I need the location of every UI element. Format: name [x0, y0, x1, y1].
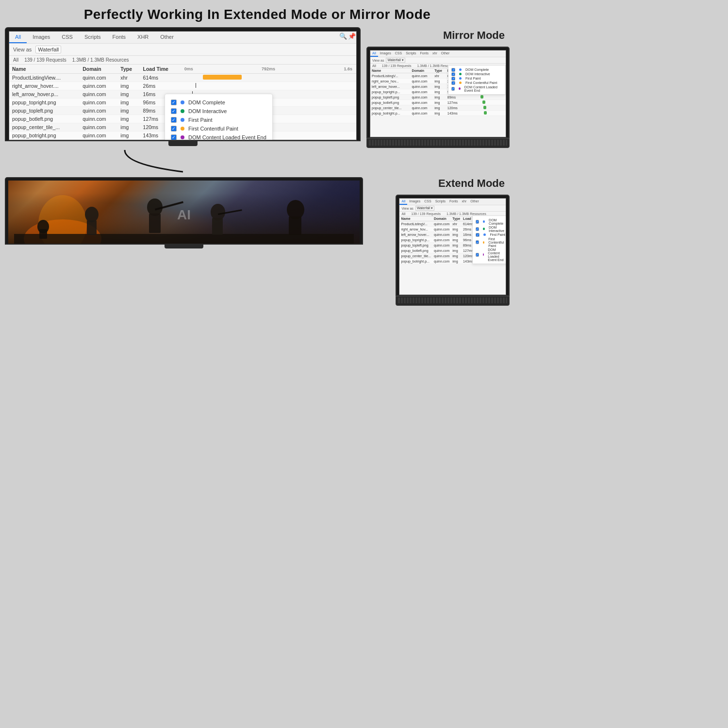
extend-waterfall-select[interactable]: Waterfall ▾: [415, 206, 434, 211]
popup-item-dom-loaded[interactable]: ✓ DOM Content Loaded Event End: [171, 133, 266, 140]
small-dom-popup: ✓ DOM Complete ✓ DOM Interactive ✓: [448, 65, 506, 95]
extend-popup-dom-interactive: ✓ DOM Interactive: [476, 225, 505, 232]
right-col-top: Mirror Mode All Images CSS Scripts Fonts…: [366, 27, 510, 148]
small-checkbox-dom-complete[interactable]: ✓: [451, 68, 455, 72]
requests-count: 139 / 139 Requests: [24, 57, 66, 63]
small-tab-scripts[interactable]: Scripts: [404, 50, 418, 57]
laptop-keyboard-mirror: [366, 138, 510, 148]
col-timeline: 0ms 792ms 1.6s: [181, 65, 356, 74]
cable-section: [0, 150, 514, 174]
tab-images[interactable]: Images: [27, 32, 56, 43]
extend-col-domain: Domain: [432, 216, 451, 221]
extend-checkbox-dom-loaded[interactable]: ✓: [476, 253, 479, 257]
small-viewas-label: View as: [372, 59, 384, 62]
extend-tab-fonts[interactable]: Fonts: [447, 199, 460, 205]
small-toolbar: View as Waterfall ▾: [370, 57, 506, 64]
tab-css[interactable]: CSS: [56, 32, 79, 43]
small-popup-dom-loaded: ✓ DOM Content Loaded Event End: [451, 85, 502, 92]
extend-tab-css[interactable]: CSS: [422, 199, 433, 205]
keyboard-keys-mirror: [369, 140, 507, 146]
tab-other[interactable]: Other: [154, 32, 180, 43]
small-checkbox-first-contentful[interactable]: ✓: [451, 81, 455, 85]
extend-toolbar: View as Waterfall ▾: [399, 205, 506, 212]
small-tab-fonts[interactable]: Fonts: [418, 50, 431, 57]
svg-rect-12: [289, 216, 301, 235]
dot-dom-complete: [181, 100, 184, 104]
small-tab-other[interactable]: Other: [439, 50, 452, 57]
extend-checkbox-dom-complete[interactable]: ✓: [476, 220, 479, 224]
tab-fonts[interactable]: Fonts: [107, 32, 132, 43]
small-waterfall-select[interactable]: Waterfall ▾: [386, 58, 405, 63]
small-label-first-contentful: First Contentful Paint: [465, 81, 497, 84]
popup-item-first-paint[interactable]: ✓ First Paint: [171, 116, 266, 124]
extend-checkbox-first-paint[interactable]: ✓: [476, 233, 480, 237]
devtools-tabs: All Images CSS Scripts Fonts XHR Other 🔍…: [9, 32, 356, 44]
small-table-row[interactable]: popup_botright.p...quinn.comimg143ms: [370, 111, 506, 116]
small-tab-all[interactable]: All: [370, 50, 378, 57]
filter-label: All: [13, 57, 18, 63]
small-requests: 139 / 139 Requests: [382, 64, 412, 67]
cable-svg-left: [86, 150, 280, 174]
extend-section: AI Extend Mode All Images CSS: [0, 177, 514, 306]
waterfall-select[interactable]: Waterfall: [35, 46, 61, 53]
col-name: Name: [9, 65, 80, 74]
small-table-row[interactable]: popup_center_tile...quinn.comimg120ms: [370, 105, 506, 111]
label-dom-complete: DOM Complete: [188, 99, 225, 105]
search-icon[interactable]: 🔍: [339, 32, 347, 40]
row-timeline: [181, 74, 356, 82]
extend-checkbox-first-contentful[interactable]: ✓: [476, 240, 479, 244]
devtools-panel: All Images CSS Scripts Fonts XHR Other 🔍…: [9, 32, 356, 140]
extend-tab-all[interactable]: All: [399, 199, 407, 205]
checkbox-dom-interactive[interactable]: ✓: [171, 108, 177, 114]
small-table-row[interactable]: popup_topleft.pngquinn.comimg89ms: [370, 95, 506, 100]
extend-requests: 139 / 139 Requests: [411, 212, 441, 215]
popup-item-dom-interactive[interactable]: ✓ DOM Interactive: [171, 107, 266, 116]
extend-tab-other[interactable]: Other: [468, 199, 481, 205]
svg-rect-2: [14, 234, 354, 244]
tab-scripts[interactable]: Scripts: [79, 32, 107, 43]
small-tab-css[interactable]: CSS: [393, 50, 404, 57]
small-table-row[interactable]: popup_botleft.pngquinn.comimg127ms: [370, 100, 506, 105]
extend-popup-dom-complete: ✓ DOM Complete: [476, 218, 505, 225]
extend-col-type: Type: [451, 216, 462, 221]
small-checkbox-dom-interactive[interactable]: ✓: [451, 72, 455, 76]
popup-item-first-contentful[interactable]: ✓ First Contentful Paint: [171, 124, 266, 133]
svg-rect-6: [87, 220, 97, 235]
laptop-bezel-mirror: All Images CSS Scripts Fonts xhr Other V…: [366, 47, 510, 138]
page-heading: Perfectly Working In Extended Mode or Mi…: [0, 0, 514, 27]
extend-tab-images[interactable]: Images: [407, 199, 422, 205]
small-checkbox-first-paint[interactable]: ✓: [451, 77, 455, 81]
settings-icon[interactable]: 📌: [347, 32, 356, 40]
popup-item-dom-complete[interactable]: ✓ DOM Complete: [171, 98, 266, 107]
dot-first-paint: [181, 118, 184, 122]
tab-all[interactable]: All: [9, 32, 27, 43]
small-tab-xhr[interactable]: xhr: [430, 50, 439, 57]
checkbox-first-contentful[interactable]: ✓: [171, 126, 177, 132]
view-as-label: View as: [13, 47, 32, 52]
small-dot-dom-complete: [459, 68, 462, 71]
extend-checkbox-dom-interactive[interactable]: ✓: [476, 227, 479, 231]
svg-rect-8: [149, 214, 161, 233]
extend-viewas-label: View as: [401, 207, 413, 210]
label-dom-interactive: DOM Interactive: [188, 108, 227, 114]
svg-text:AI: AI: [177, 207, 191, 222]
small-devtools-tabs: All Images CSS Scripts Fonts xhr Other: [370, 50, 506, 57]
checkbox-first-paint[interactable]: ✓: [171, 117, 177, 123]
checkbox-dom-loaded[interactable]: ✓: [171, 134, 177, 140]
svg-point-9: [211, 204, 225, 220]
table-row[interactable]: ProductListingView.... quinn.com xhr 614…: [9, 74, 356, 82]
checkbox-dom-complete[interactable]: ✓: [171, 99, 177, 105]
tab-xhr[interactable]: XHR: [132, 32, 154, 43]
laptop-screen-extend: All Images CSS Scripts Fonts xhr Other V…: [399, 198, 506, 295]
small-checkbox-dom-loaded[interactable]: ✓: [451, 87, 455, 91]
extend-tab-xhr[interactable]: xhr: [460, 199, 469, 205]
small-filter: All: [372, 64, 376, 67]
small-label-dom-complete: DOM Complete: [465, 68, 489, 71]
dom-events-popup: ✓ DOM Complete ✓ DOM Interactive: [165, 94, 273, 140]
small-label-first-paint: First Paint: [465, 77, 481, 80]
extend-tab-scripts[interactable]: Scripts: [433, 199, 447, 205]
small-col-name: Name: [370, 68, 410, 73]
small-tab-images[interactable]: Images: [378, 50, 393, 57]
table-row[interactable]: right_arrow_hover.... quinn.comimg26ms: [9, 82, 356, 90]
extend-size: 1.3MB / 1.3MB Resources: [447, 212, 486, 215]
